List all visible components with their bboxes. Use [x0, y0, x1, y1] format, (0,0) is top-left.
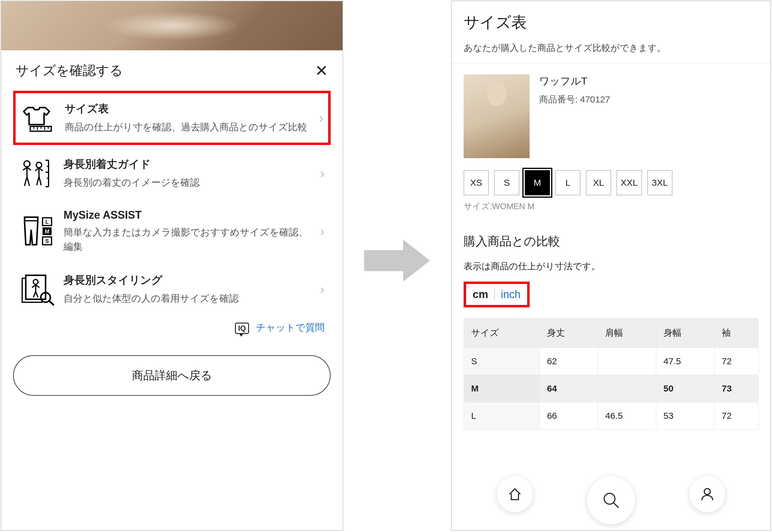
- chat-link[interactable]: チャットで質問: [256, 322, 324, 333]
- option-title: 身長別スタイリング: [64, 273, 314, 288]
- photo-search-icon: [19, 274, 55, 304]
- option-mysize-assist[interactable]: L M S MySize ASSIST 簡単な入力またはカメラ撮影でおすすめサイ…: [13, 199, 330, 263]
- size-selector: XSSMLXLXXL3XL: [464, 170, 759, 195]
- table-cell: 62: [540, 348, 598, 375]
- table-cell: [598, 348, 656, 375]
- product-summary: ワッフルT 商品番号: 470127: [464, 74, 759, 158]
- svg-text:S: S: [45, 238, 49, 244]
- table-cell: 64: [540, 375, 598, 402]
- flow-arrow-icon: [364, 240, 430, 282]
- close-icon[interactable]: ✕: [315, 63, 328, 78]
- table-cell: 47.5: [656, 348, 714, 375]
- table-row: L6646.55372: [464, 402, 759, 430]
- size-table: サイズ身丈肩幅身幅袖 S6247.572M645073L6646.55372: [464, 318, 759, 430]
- svg-text:M: M: [45, 229, 49, 235]
- unit-cm-button[interactable]: cm: [473, 288, 488, 301]
- modal-title: サイズを確認する: [16, 62, 123, 79]
- chat-iq-icon: IQ: [235, 323, 249, 334]
- home-button[interactable]: [497, 476, 533, 512]
- table-cell-size: L: [464, 402, 540, 430]
- size-options-list: サイズ表 商品の仕上がり寸を確認、過去購入商品とのサイズ比較 ›: [1, 91, 342, 315]
- size-button-s[interactable]: S: [494, 170, 519, 195]
- svg-point-6: [24, 161, 30, 167]
- bottom-nav: [452, 476, 771, 524]
- table-header: サイズ: [464, 318, 540, 348]
- back-to-product-button[interactable]: 商品詳細へ戻る: [13, 355, 330, 396]
- product-hero-image: [1, 1, 342, 50]
- svg-line-25: [49, 301, 53, 305]
- svg-point-7: [36, 162, 42, 168]
- table-cell: 72: [714, 402, 759, 430]
- table-header: 袖: [714, 318, 759, 348]
- size-check-modal: サイズを確認する ✕ サイズ表 商品の仕上がり寸を確認、過去購入商品とのサイズ比…: [1, 1, 343, 531]
- option-desc: 自分と似た体型の人の着用サイズを確認: [64, 291, 314, 306]
- table-header: 身幅: [656, 318, 714, 348]
- option-text: サイズ表 商品の仕上がり寸を確認、過去購入商品とのサイズ比較: [56, 102, 319, 134]
- option-height-guide[interactable]: 身長別着丈ガイド 身長別の着丈のイメージを確認 ›: [13, 147, 330, 199]
- account-button[interactable]: [689, 476, 725, 512]
- size-button-m[interactable]: M: [525, 170, 550, 195]
- option-title: MySize ASSIST: [64, 209, 314, 221]
- option-title: サイズ表: [65, 102, 313, 116]
- table-cell: 73: [714, 375, 759, 402]
- table-row: M645073: [464, 375, 759, 402]
- option-desc: 身長別の着丈のイメージを確認: [64, 175, 314, 190]
- size-chart-panel: サイズ表 あなたが購入した商品とサイズ比較ができます。 ワッフルT 商品番号: …: [451, 1, 771, 531]
- size-button-3xl[interactable]: 3XL: [647, 170, 673, 195]
- option-text: 身長別スタイリング 自分と似た体型の人の着用サイズを確認: [55, 273, 320, 306]
- page-title: サイズ表: [464, 12, 759, 33]
- table-cell: [598, 375, 656, 402]
- table-cell: 72: [714, 348, 759, 375]
- svg-marker-26: [364, 240, 430, 282]
- unit-inch-button[interactable]: inch: [501, 288, 521, 301]
- option-height-styling[interactable]: 身長別スタイリング 自分と似た体型の人の着用サイズを確認 ›: [13, 263, 330, 315]
- product-meta: ワッフルT 商品番号: 470127: [539, 74, 610, 158]
- unit-toggle: cm inch: [464, 282, 530, 307]
- option-desc: 簡単な入力またはカメラ撮影でおすすめサイズを確認、編集: [64, 225, 314, 254]
- option-text: 身長別着丈ガイド 身長別の着丈のイメージを確認: [55, 157, 320, 190]
- svg-line-28: [614, 503, 619, 508]
- compare-note: 表示は商品の仕上がり寸法です。: [464, 260, 759, 273]
- tshirt-measure-icon: [20, 103, 56, 133]
- table-header: 肩幅: [598, 318, 656, 348]
- unit-separator: [494, 288, 495, 300]
- chat-link-row: IQ チャットで質問: [1, 315, 342, 346]
- selected-size-label: サイズ:WOMEN M: [464, 201, 759, 212]
- product-name: ワッフルT: [539, 74, 610, 88]
- modal-header: サイズを確認する ✕: [1, 50, 342, 91]
- chevron-right-icon: ›: [320, 282, 324, 297]
- chevron-right-icon: ›: [319, 111, 323, 126]
- table-cell-size: M: [464, 375, 540, 402]
- svg-text:L: L: [46, 219, 49, 225]
- search-button[interactable]: [587, 476, 635, 524]
- size-button-xxl[interactable]: XXL: [617, 170, 642, 195]
- svg-point-27: [604, 493, 615, 504]
- table-cell-size: S: [464, 348, 540, 375]
- table-header: 身丈: [540, 318, 598, 348]
- option-desc: 商品の仕上がり寸を確認、過去購入商品とのサイズ比較: [65, 120, 313, 134]
- size-button-xl[interactable]: XL: [586, 170, 611, 195]
- chevron-right-icon: ›: [320, 224, 324, 239]
- table-cell: 53: [656, 402, 714, 430]
- divider: [452, 63, 771, 64]
- table-cell: 46.5: [598, 402, 656, 430]
- size-button-xs[interactable]: XS: [464, 170, 489, 195]
- product-image: [464, 74, 530, 158]
- page-subtitle: あなたが購入した商品とサイズ比較ができます。: [464, 42, 759, 54]
- svg-point-29: [704, 489, 710, 495]
- pants-sizes-icon: L M S: [19, 216, 55, 246]
- option-text: MySize ASSIST 簡単な入力またはカメラ撮影でおすすめサイズを確認、編…: [55, 209, 320, 254]
- size-button-l[interactable]: L: [555, 170, 581, 195]
- table-cell: 66: [540, 402, 598, 430]
- option-size-chart[interactable]: サイズ表 商品の仕上がり寸を確認、過去購入商品とのサイズ比較 ›: [13, 91, 330, 145]
- compare-title: 購入商品との比較: [464, 233, 759, 250]
- table-cell: 50: [656, 375, 714, 402]
- chevron-right-icon: ›: [320, 166, 324, 181]
- table-row: S6247.572: [464, 348, 759, 375]
- product-code: 商品番号: 470127: [539, 93, 610, 106]
- option-title: 身長別着丈ガイド: [64, 157, 314, 172]
- height-figures-icon: [19, 158, 55, 188]
